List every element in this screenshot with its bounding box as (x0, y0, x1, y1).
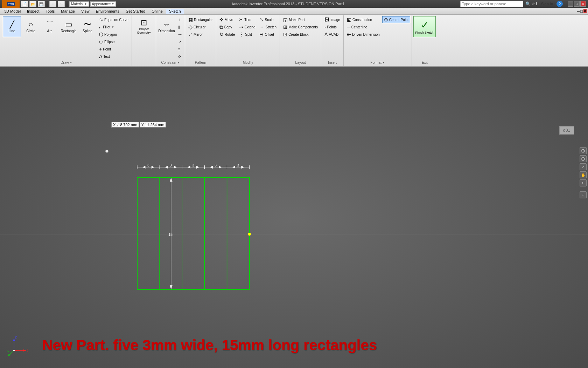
rectangle-button[interactable]: ▭ Rectangle (59, 16, 78, 37)
move-button[interactable]: ✛ Move (218, 16, 237, 23)
new-button[interactable]: 📄 (21, 1, 28, 7)
menu-sketch[interactable]: Sketch (166, 9, 184, 14)
appearance-dropdown[interactable]: Appearance▼ (90, 1, 116, 7)
rotate-button[interactable]: ↻ Rotate (218, 31, 237, 38)
constrain6-button[interactable]: ⟳ (176, 53, 183, 60)
open-button[interactable]: 📂 (29, 1, 36, 7)
canvas-area[interactable]: d01 X -18.702 mm Y 11.264 mm (0, 67, 588, 368)
polygon-button[interactable]: ⬡ Polygon (97, 31, 130, 38)
center-point-button[interactable]: ⊕ Center Point (382, 16, 411, 23)
svg-point-32 (248, 233, 251, 236)
image-button[interactable]: 🖼 Image (323, 16, 342, 23)
offset-icon: ⊟ (259, 32, 264, 37)
svg-text:3: 3 (147, 163, 149, 167)
ribbon-maximize[interactable]: □ (580, 9, 583, 13)
constrain1-button[interactable]: ⊥ (176, 16, 183, 23)
undo-button[interactable]: ↩ (49, 1, 56, 7)
construction-button[interactable]: ⬕ Construction (345, 16, 382, 23)
acad-button[interactable]: A ACAD (323, 31, 342, 38)
info-icon[interactable]: ℹ (536, 1, 538, 6)
circle-button[interactable]: ○ Circle (22, 16, 40, 37)
view-face-button[interactable]: □ (580, 191, 587, 198)
rotate-view-button[interactable]: ↻ (580, 179, 587, 186)
constrain5-button[interactable]: ≡ (176, 46, 183, 53)
sketch-svg: 3 3 3 3 3 (0, 67, 588, 368)
svg-point-33 (105, 150, 108, 152)
svg-point-43 (13, 350, 15, 351)
minimize-button[interactable]: ─ (568, 1, 573, 7)
centerline-button[interactable]: ─ Centerline (345, 23, 382, 30)
menu-view[interactable]: View (78, 9, 92, 14)
make-components-button[interactable]: ⊞ Make Components (281, 23, 320, 30)
mirror-icon: ⇌ (188, 32, 192, 37)
make-part-button[interactable]: ◱ Make Part (281, 16, 320, 23)
svg-marker-38 (23, 349, 26, 352)
modify-col3: ⤡ Scale ↔ Stretch ⊟ Offset (258, 16, 278, 38)
spline-icon: 〜 (84, 21, 91, 28)
redo-button[interactable]: ↪ (58, 1, 65, 7)
zoom-in-button[interactable]: ⊕ (580, 147, 587, 154)
fit-view-button[interactable]: ⤢ (580, 163, 587, 170)
app-logo: PRO (2, 0, 20, 8)
finish-sketch-icon: ✓ (421, 19, 429, 31)
search-input[interactable] (460, 1, 523, 7)
ribbon-minimize[interactable]: ─ (577, 9, 580, 13)
menu-environments[interactable]: Environments (93, 9, 122, 14)
save-button[interactable]: 💾 (38, 1, 45, 7)
menu-3dmodel[interactable]: 3D Model (1, 9, 23, 14)
driven-dim-button[interactable]: ⇤ Driven Dimension (345, 31, 382, 38)
ellipse-button[interactable]: ⬭ Ellipse (97, 38, 130, 45)
menubar: 3D Model Inspect Tools Manage View Envir… (0, 8, 588, 15)
scale-icon: ⤡ (259, 17, 264, 22)
scale-button[interactable]: ⤡ Scale (258, 16, 278, 23)
stretch-button[interactable]: ↔ Stretch (258, 23, 278, 30)
constrain4-button[interactable]: ↗ (176, 38, 183, 45)
star-icon[interactable]: ☆ (531, 1, 535, 6)
svg-marker-8 (170, 178, 173, 182)
axis-indicator: Z X Y (7, 335, 28, 356)
app-close[interactable]: ✕ (583, 9, 587, 13)
arc-button[interactable]: ⌒ Arc (41, 16, 59, 37)
extend-button[interactable]: ⇢ Extend (237, 23, 257, 30)
menu-tools[interactable]: Tools (43, 9, 58, 14)
dimension-button[interactable]: ↔ Dimension (158, 16, 176, 37)
layout-label: Layout (281, 60, 320, 65)
pattern-buttons: ▦ Rectangular ◎ Circular ⇌ Mirror (187, 16, 215, 60)
help-button[interactable]: ? (556, 1, 563, 7)
split-button[interactable]: ⋮ Split (237, 31, 257, 38)
copy-button[interactable]: ⧉ Copy (218, 23, 237, 30)
text-button[interactable]: A Text (97, 53, 130, 60)
search-icon[interactable]: 🔍 (525, 1, 531, 6)
constrain-label: Constrain (161, 60, 176, 65)
zoom-out-button[interactable]: ⊖ (580, 155, 587, 162)
finish-sketch-button[interactable]: ✓ Finish Sketch (413, 16, 436, 37)
menu-online[interactable]: Online (149, 9, 166, 14)
trim-button[interactable]: ✂ Trim (237, 16, 257, 23)
close-button[interactable]: ✕ (580, 1, 586, 7)
circular-button[interactable]: ◎ Circular (187, 23, 215, 30)
rectangular-button[interactable]: ▦ Rectangular (187, 16, 215, 23)
spline-button[interactable]: 〜 Spline (78, 16, 97, 37)
menu-getstarted[interactable]: Get Started (123, 9, 148, 14)
points-button[interactable]: · Points (323, 23, 342, 30)
constrain3-button[interactable]: ⊶ (176, 31, 183, 38)
text-icon: A (99, 54, 102, 59)
mirror-button[interactable]: ⇌ Mirror (187, 31, 215, 38)
create-block-button[interactable]: ⊡ Create Block (281, 31, 320, 38)
maximize-button[interactable]: □ (574, 1, 580, 7)
menu-manage[interactable]: Manage (58, 9, 78, 14)
window-title: Autodesk Inventor Professional 2013 - ST… (116, 2, 460, 6)
fillet-button[interactable]: ⌐ Fillet ▼ (97, 23, 130, 30)
pan-button[interactable]: ✋ (580, 171, 587, 178)
material-dropdown[interactable]: Material▼ (69, 1, 89, 7)
equation-curve-button[interactable]: ∿ Equation Curve (97, 16, 130, 23)
project-geometry-button[interactable]: ⊡ ProjectGeometry (133, 16, 154, 37)
line-button[interactable]: ╱ Line (3, 16, 21, 37)
constrain2-button[interactable]: ∥ (176, 23, 183, 30)
offset-button[interactable]: ⊟ Offset (258, 31, 278, 38)
point-icon: + (99, 46, 102, 52)
menu-inspect[interactable]: Inspect (24, 9, 42, 14)
format-label: Format (370, 60, 382, 65)
point-button[interactable]: + Point (97, 46, 130, 53)
sign-in-button[interactable]: Sign In (540, 1, 554, 6)
